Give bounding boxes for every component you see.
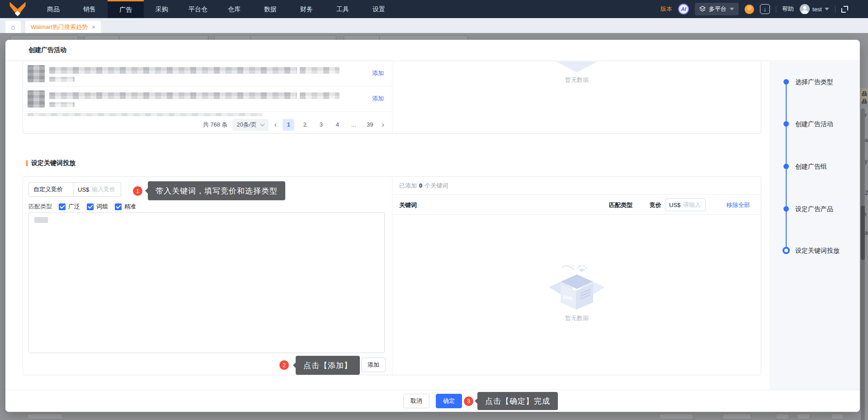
tour-step-1-badge: 1 bbox=[133, 186, 142, 196]
version-link[interactable]: 版本 bbox=[660, 5, 672, 13]
bid-mode-select[interactable]: 自定义竞价 bbox=[28, 182, 74, 197]
page-ellipsis[interactable]: ... bbox=[348, 119, 359, 131]
step-label-1[interactable]: 选择广告类型 bbox=[795, 77, 833, 86]
wizard-steps: 选择广告类型 创建广告活动 创建广告组 设定广告产品 设定关键词投放 bbox=[778, 61, 858, 269]
page-number-4[interactable]: 4 bbox=[331, 119, 343, 131]
bulk-bid-input[interactable]: US$ 请输入 bbox=[665, 198, 706, 211]
step-label-2[interactable]: 创建广告活动 bbox=[795, 119, 833, 128]
home-icon: ⌂ bbox=[11, 23, 15, 31]
prev-page-icon[interactable]: ‹ bbox=[273, 120, 278, 129]
tab-label: Walmart热门搜索趋势 bbox=[31, 23, 88, 31]
keyword-section-title: 设定关键词投放 bbox=[31, 159, 75, 167]
dimmed-footer-box bbox=[776, 414, 789, 420]
help-link[interactable]: 帮助 bbox=[782, 5, 794, 13]
page-number-3[interactable]: 3 bbox=[315, 119, 327, 131]
product-value-blurred bbox=[300, 67, 340, 74]
keyword-card: 自定义竞价 US$ 输入竞价 1 带入关键词，填写竞价和选择类型 匹配类型 广泛 bbox=[23, 176, 761, 375]
empty-state-text: 暂无数据 bbox=[393, 314, 761, 322]
top-navigation: 商品 销售 广告 采购 平台仓 仓库 数据 财务 工具 设置 版本 AI 多平台… bbox=[0, 0, 868, 18]
confirm-button[interactable]: 确定 bbox=[436, 394, 462, 408]
divider bbox=[835, 6, 835, 13]
page-number-1[interactable]: 1 bbox=[283, 119, 294, 131]
product-subtext-blurred bbox=[49, 102, 75, 107]
product-selection-card: 添加 添加 共 768 条 20条/页 ‹ bbox=[23, 61, 761, 134]
step-label-5[interactable]: 设定关键词投放 bbox=[795, 246, 840, 255]
dimmed-footer-box bbox=[831, 414, 844, 420]
added-suffix: 个关键词 bbox=[425, 182, 448, 190]
nav-item-sales[interactable]: 销售 bbox=[71, 0, 108, 18]
tour-step-1-tooltip: 带入关键词，填写竞价和选择类型 bbox=[148, 181, 285, 200]
keyword-entry-panel: 自定义竞价 US$ 输入竞价 1 带入关键词，填写竞价和选择类型 匹配类型 广泛 bbox=[23, 177, 392, 375]
dimmed-footer-box bbox=[659, 414, 693, 420]
ai-assistant-icon[interactable]: AI bbox=[678, 4, 689, 14]
product-thumbnail-blurred bbox=[28, 90, 45, 108]
match-option-broad[interactable]: 广泛 bbox=[59, 203, 80, 211]
fullscreen-icon[interactable] bbox=[841, 6, 848, 13]
platform-switcher[interactable]: 多平台 bbox=[695, 3, 739, 15]
match-type-label: 匹配类型 bbox=[28, 203, 52, 211]
page-size-select[interactable]: 20条/页 bbox=[232, 119, 269, 131]
currency-label: US$ bbox=[78, 186, 89, 193]
product-row: 添加 bbox=[23, 87, 392, 112]
selected-products-panel: 暂无数据 bbox=[393, 61, 761, 133]
nav-item-finance[interactable]: 财务 bbox=[288, 0, 325, 18]
match-type-row: 匹配类型 广泛 词组 精准 bbox=[28, 203, 136, 211]
add-product-link[interactable]: 添加 bbox=[372, 94, 384, 103]
nav-item-tools[interactable]: 工具 bbox=[325, 0, 361, 18]
page-number-2[interactable]: 2 bbox=[299, 119, 311, 131]
nav-item-settings[interactable]: 设置 bbox=[361, 0, 397, 18]
brand-logo[interactable] bbox=[0, 0, 35, 18]
textarea-content-blurred bbox=[34, 217, 48, 223]
tab-bar: ⌂ Walmart热门搜索趋势 × bbox=[0, 18, 868, 33]
home-button[interactable]: ⌂ bbox=[5, 21, 21, 33]
add-product-link[interactable]: 添加 bbox=[372, 69, 384, 77]
checkbox-checked-icon[interactable] bbox=[87, 203, 94, 210]
page-number-39[interactable]: 39 bbox=[364, 119, 376, 131]
dimmed-text-fragment: 品品 bbox=[862, 90, 868, 105]
nav-item-purchasing[interactable]: 采购 bbox=[144, 0, 180, 18]
tab-walmart-trends[interactable]: Walmart热门搜索趋势 × bbox=[25, 21, 101, 33]
step-dot-5-current[interactable] bbox=[783, 247, 790, 254]
step-dot-4[interactable] bbox=[783, 206, 789, 212]
chevron-down-icon bbox=[260, 122, 264, 126]
match-option-exact[interactable]: 精准 bbox=[115, 203, 136, 211]
nav-item-data[interactable]: 数据 bbox=[252, 0, 288, 18]
nav-item-advertising[interactable]: 广告 bbox=[108, 0, 144, 18]
remove-all-link[interactable]: 移除全部 bbox=[726, 201, 750, 209]
nav-item-warehouse[interactable]: 仓库 bbox=[216, 0, 252, 18]
download-icon[interactable]: ↓ bbox=[760, 4, 770, 14]
modal-body: 添加 添加 共 768 条 20条/页 ‹ bbox=[5, 61, 860, 390]
bid-input-group: 自定义竞价 US$ 输入竞价 bbox=[28, 182, 121, 197]
modal-title: 创建广告活动 bbox=[28, 46, 66, 54]
add-keywords-button[interactable]: 添加 bbox=[361, 358, 386, 372]
chevron-down-icon bbox=[730, 8, 734, 10]
next-page-icon[interactable]: › bbox=[380, 120, 386, 129]
close-icon[interactable]: × bbox=[92, 24, 95, 31]
step-dot-3[interactable] bbox=[783, 164, 789, 169]
step-dot-2[interactable] bbox=[783, 121, 789, 127]
bid-amount-input[interactable]: US$ 输入竞价 bbox=[74, 182, 121, 197]
match-option-label: 广泛 bbox=[68, 203, 80, 211]
empty-state: 暂无数据 bbox=[393, 264, 761, 322]
empty-box-illustration bbox=[547, 264, 607, 311]
step-label-3[interactable]: 创建广告组 bbox=[795, 162, 827, 171]
layers-icon bbox=[699, 6, 706, 12]
checkbox-checked-icon[interactable] bbox=[115, 203, 122, 210]
checkbox-checked-icon[interactable] bbox=[59, 203, 66, 210]
keyword-textarea[interactable] bbox=[28, 212, 385, 353]
nav-item-products[interactable]: 商品 bbox=[35, 0, 71, 18]
match-option-phrase[interactable]: 词组 bbox=[87, 203, 108, 211]
product-title-blurred bbox=[49, 92, 297, 99]
cancel-button[interactable]: 取消 bbox=[403, 394, 429, 408]
pagination-total: 共 768 条 bbox=[203, 121, 228, 129]
product-value-blurred bbox=[300, 92, 340, 99]
mascot-icon[interactable] bbox=[745, 5, 754, 14]
step-dot-1[interactable] bbox=[783, 79, 789, 85]
user-menu[interactable]: test bbox=[800, 4, 829, 14]
page-scrollbar-thumb[interactable] bbox=[861, 206, 865, 260]
dimmed-footer-box bbox=[722, 414, 751, 420]
nav-item-platform-warehouse[interactable]: 平台仓 bbox=[180, 0, 216, 18]
step-label-4[interactable]: 设定广告产品 bbox=[795, 204, 833, 213]
page-scrollbar-track[interactable] bbox=[861, 109, 865, 420]
nav-right-controls: 版本 AI 多平台 ↓ 帮助 test bbox=[660, 3, 868, 15]
